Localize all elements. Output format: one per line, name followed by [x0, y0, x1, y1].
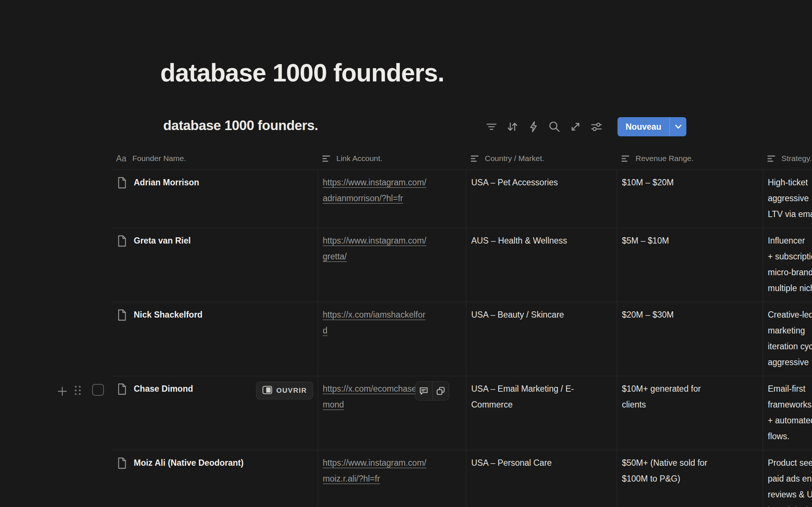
revenue-text: clients: [622, 397, 758, 413]
copy-button[interactable]: [432, 382, 449, 400]
country-cell[interactable]: USA – Beauty / Skincare: [466, 302, 617, 376]
revenue-text: $5M – $10M: [622, 233, 758, 249]
title-property-icon: Aa: [116, 154, 126, 164]
name-cell[interactable]: Nick Shackelford: [112, 302, 318, 376]
country-text: USA – Pet Accessories: [471, 175, 612, 190]
new-button-label[interactable]: Nouveau: [617, 117, 669, 136]
column-header-revenue-range[interactable]: Revenue Range.: [617, 147, 763, 169]
country-cell[interactable]: USA – Personal Care: [466, 450, 617, 507]
page-icon: [117, 235, 127, 302]
revenue-text: $10M – $20M: [622, 175, 758, 190]
link-url[interactable]: https://x.com/iamshackelfor: [323, 307, 461, 323]
plus-icon: [57, 386, 68, 397]
revenue-cell[interactable]: $10M+ generated for clients: [617, 376, 763, 450]
database-view-title[interactable]: database 1000 founders.: [163, 118, 318, 133]
founder-name[interactable]: Greta van Riel: [134, 233, 191, 302]
view-toolbar: Nouveau: [485, 117, 686, 136]
founder-name[interactable]: Adrian Morrison: [134, 175, 199, 228]
page-icon: [117, 177, 127, 228]
link-url[interactable]: https://www.instagram.com/: [323, 175, 461, 190]
column-label: Country / Market.: [485, 154, 544, 163]
strategy-text: Influencer: [768, 233, 812, 249]
search-icon[interactable]: [548, 120, 561, 133]
cell-hover-actions: [415, 381, 449, 401]
link-cell[interactable]: https://www.instagram.com/ moiz.r.ali/?h…: [318, 450, 466, 507]
link-url[interactable]: d: [323, 323, 461, 339]
add-row-button[interactable]: [56, 385, 68, 397]
strategy-text: frameworks: [768, 397, 812, 413]
filter-icon[interactable]: [485, 120, 498, 133]
name-cell[interactable]: Greta van Riel: [112, 228, 318, 302]
strategy-text: flows.: [768, 429, 812, 444]
name-cell[interactable]: Adrian Morrison: [112, 170, 318, 228]
page-title[interactable]: database 1000 founders.: [160, 58, 444, 87]
strategy-cell[interactable]: Email-first frameworks + automated flows…: [763, 376, 812, 450]
country-cell[interactable]: USA – Email Marketing / E- Commerce: [466, 376, 617, 450]
comment-button[interactable]: [416, 382, 432, 400]
name-cell[interactable]: Moiz Ali (Native Deodorant): [112, 450, 318, 507]
column-label: Link Account.: [336, 154, 382, 163]
name-cell[interactable]: Chase Dimond OUVRIR: [112, 376, 318, 450]
link-url[interactable]: gretta/: [323, 249, 461, 265]
strategy-text: Creative-led: [768, 307, 812, 323]
strategy-text: + automated: [768, 413, 812, 429]
revenue-cell[interactable]: $20M – $30M: [617, 302, 763, 376]
country-text: USA – Personal Care: [471, 455, 612, 471]
text-property-icon: [322, 155, 330, 162]
open-page-button[interactable]: OUVRIR: [256, 382, 313, 399]
view-settings-icon[interactable]: [590, 120, 603, 133]
database-table: Aa Founder Name. Link Account. Country /…: [112, 147, 812, 507]
country-text: AUS – Health & Wellness: [471, 233, 612, 249]
link-url[interactable]: adrianmorrison/?hl=fr: [323, 190, 461, 206]
drag-handle[interactable]: [75, 386, 83, 397]
column-label: Revenue Range.: [636, 154, 694, 163]
expand-icon[interactable]: [569, 120, 582, 133]
strategy-text: micro-brand: [768, 265, 812, 280]
table-row: Adrian Morrison https://www.instagram.co…: [112, 170, 812, 228]
column-header-link-account[interactable]: Link Account.: [318, 147, 466, 169]
table-row: Greta van Riel https://www.instagram.com…: [112, 228, 812, 302]
strategy-text: reviews & UGC,: [768, 487, 812, 503]
link-url[interactable]: https://www.instagram.com/: [323, 455, 461, 471]
sort-icon[interactable]: [506, 120, 519, 133]
link-cell[interactable]: https://x.com/ecomchasedi mond: [318, 376, 466, 450]
page-icon: [117, 309, 127, 376]
country-cell[interactable]: AUS – Health & Wellness: [466, 228, 617, 302]
founder-name[interactable]: Chase Dimond: [134, 381, 193, 450]
strategy-cell[interactable]: Influencer + subscription micro-brand mu…: [763, 228, 812, 302]
strategy-text: Email-first: [768, 381, 812, 397]
page-icon: [117, 457, 127, 507]
column-header-country-market[interactable]: Country / Market.: [466, 147, 617, 169]
link-url[interactable]: moiz.r.ali/?hl=fr: [323, 471, 461, 487]
automations-icon[interactable]: [527, 120, 540, 133]
strategy-cell[interactable]: High-ticket aggressive LTV via email: [763, 170, 812, 228]
revenue-text: $10M+ generated for: [622, 381, 758, 397]
column-header-founder-name[interactable]: Aa Founder Name.: [112, 147, 318, 169]
link-cell[interactable]: https://x.com/iamshackelfor d: [318, 302, 466, 376]
revenue-cell[interactable]: $5M – $10M: [617, 228, 763, 302]
link-url[interactable]: https://www.instagram.com/: [323, 233, 461, 249]
country-cell[interactable]: USA – Pet Accessories: [466, 170, 617, 228]
strategy-text: High-ticket: [768, 175, 812, 190]
revenue-cell[interactable]: $10M – $20M: [617, 170, 763, 228]
table-row-hovered: Chase Dimond OUVRIR https://x.com/ecomch…: [112, 376, 812, 450]
link-cell[interactable]: https://www.instagram.com/ adrianmorriso…: [318, 170, 466, 228]
strategy-cell[interactable]: Product seeding, paid ads engine, review…: [763, 450, 812, 507]
founder-name[interactable]: Nick Shackelford: [134, 307, 203, 376]
new-button[interactable]: Nouveau: [617, 117, 686, 136]
strategy-text: iteration cycles: [768, 339, 812, 354]
strategy-cell[interactable]: Creative-led marketing iteration cycles …: [763, 302, 812, 376]
strategy-text: brand deals: [768, 503, 812, 507]
strategy-text: Product seeding,: [768, 455, 812, 471]
side-peek-icon: [262, 386, 272, 396]
row-checkbox[interactable]: [92, 384, 104, 396]
link-cell[interactable]: https://www.instagram.com/ gretta/: [318, 228, 466, 302]
column-header-strategy[interactable]: Strategy.: [763, 147, 812, 169]
column-label: Strategy.: [781, 154, 812, 163]
founder-name[interactable]: Moiz Ali (Native Deodorant): [134, 455, 244, 507]
new-button-chevron[interactable]: [670, 117, 686, 136]
table-row: Moiz Ali (Native Deodorant) https://www.…: [112, 450, 812, 507]
revenue-cell[interactable]: $50M+ (Native sold for $100M to P&G): [617, 450, 763, 507]
column-label: Founder Name.: [132, 154, 186, 163]
strategy-text: paid ads engine,: [768, 471, 812, 487]
